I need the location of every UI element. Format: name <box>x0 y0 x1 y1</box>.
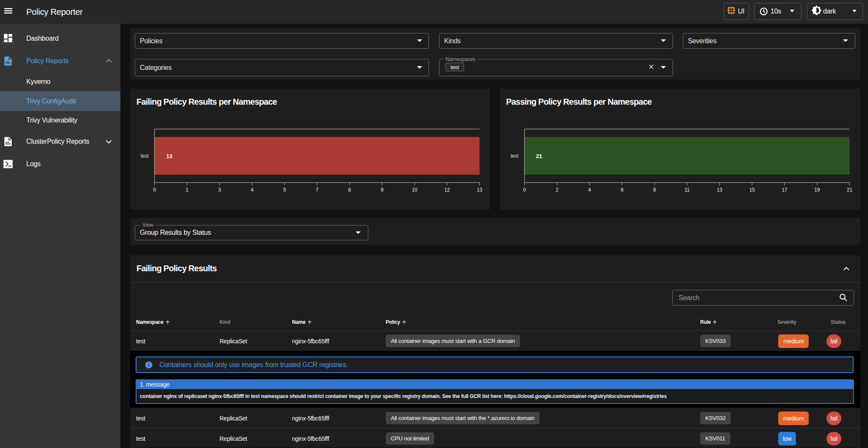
svg-text:0: 0 <box>523 187 526 193</box>
svg-text:21: 21 <box>847 187 852 193</box>
svg-text:10: 10 <box>412 187 417 193</box>
svg-text:4: 4 <box>250 187 253 193</box>
svg-text:13: 13 <box>717 187 722 193</box>
svg-text:8: 8 <box>653 187 656 193</box>
svg-text:13: 13 <box>166 153 172 159</box>
svg-text:17: 17 <box>782 187 787 193</box>
svg-text:19: 19 <box>814 187 820 193</box>
svg-text:4: 4 <box>588 187 591 193</box>
svg-text:9: 9 <box>381 187 384 193</box>
svg-text:21: 21 <box>536 153 542 159</box>
svg-text:8: 8 <box>348 187 351 193</box>
svg-text:6: 6 <box>620 187 623 193</box>
svg-text:3: 3 <box>218 187 221 193</box>
svg-text:1: 1 <box>186 187 189 193</box>
svg-text:test: test <box>511 153 519 159</box>
svg-text:11: 11 <box>684 187 690 193</box>
svg-text:5: 5 <box>283 187 286 193</box>
svg-text:13: 13 <box>477 187 482 193</box>
svg-text:test: test <box>141 153 149 159</box>
svg-text:0: 0 <box>153 187 156 193</box>
svg-text:7: 7 <box>316 187 319 193</box>
svg-text:12: 12 <box>444 187 450 193</box>
svg-text:15: 15 <box>749 187 755 193</box>
svg-text:2: 2 <box>556 187 559 193</box>
